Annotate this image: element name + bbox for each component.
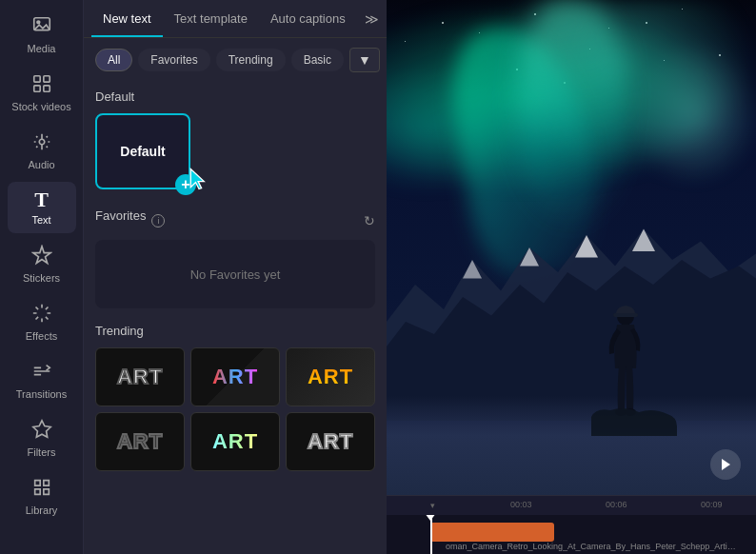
- no-favorites-box: No Favorites yet: [95, 240, 375, 308]
- play-button[interactable]: [710, 449, 741, 480]
- trending-card-4[interactable]: ART: [95, 412, 185, 471]
- text-icon: T: [34, 189, 49, 210]
- trending-card-6[interactable]: ART: [286, 412, 375, 471]
- sidebar-item-transitions[interactable]: Transitions: [8, 353, 76, 407]
- art-text-4: ART: [117, 429, 163, 454]
- sidebar-item-stock-label: Stock videos: [11, 101, 70, 112]
- svg-rect-10: [613, 313, 638, 317]
- svg-marker-13: [722, 459, 730, 470]
- default-section: Default Default +: [95, 89, 375, 189]
- sidebar-item-library[interactable]: Library: [8, 469, 76, 524]
- favorites-info-icon[interactable]: i: [151, 214, 165, 228]
- filter-row: All Favorites Trending Basic ▼: [84, 38, 387, 82]
- trending-grid: ART ART ART ART ART ART: [95, 347, 375, 471]
- trending-card-2[interactable]: ART: [190, 347, 280, 406]
- timeline-track-label: oman_Camera_Retro_Looking_At_Camera_By_H…: [434, 542, 739, 553]
- tab-text-template[interactable]: Text template: [163, 0, 259, 37]
- svg-rect-2: [33, 76, 39, 82]
- tab-bar: New text Text template Auto captions ≫: [84, 0, 387, 38]
- sidebar-item-effects-label: Effects: [26, 330, 57, 342]
- filter-dropdown[interactable]: ▼: [349, 48, 380, 72]
- svg-rect-3: [43, 76, 49, 82]
- sidebar-item-audio-label: Audio: [28, 159, 54, 170]
- sidebar-item-stickers[interactable]: Stickers: [8, 237, 76, 291]
- tab-auto-captions[interactable]: Auto captions: [259, 0, 357, 37]
- audio-icon: [31, 131, 52, 155]
- sidebar-item-filters[interactable]: Filters: [8, 411, 76, 465]
- favorites-section: Favorites i ↻ No Favorites yet: [95, 208, 375, 308]
- favorites-section-title: Favorites: [95, 208, 146, 223]
- library-icon: [31, 477, 52, 501]
- panel-content: Default Default + Favorites i: [84, 82, 387, 554]
- sidebar-item-media[interactable]: Media: [8, 8, 76, 62]
- sidebar-item-filters-label: Filters: [28, 446, 56, 458]
- sidebar-item-stickers-label: Stickers: [23, 272, 60, 284]
- timeline-bar-main[interactable]: [430, 523, 554, 542]
- no-favorites-text: No Favorites yet: [190, 267, 281, 282]
- sidebar-item-library-label: Library: [26, 505, 58, 516]
- filter-trending[interactable]: Trending: [216, 49, 286, 71]
- timeline-playhead[interactable]: [430, 515, 432, 554]
- favorites-title-row: Favorites i: [95, 208, 165, 232]
- timeline-track: oman_Camera_Retro_Looking_At_Camera_By_H…: [387, 515, 756, 554]
- timeline: ▾ 00:03 00:06 00:09 oman_Camera_Retro_Lo…: [387, 495, 756, 554]
- tab-new-text[interactable]: New text: [91, 0, 163, 37]
- art-text-2: ART: [212, 365, 258, 389]
- art-text-5: ART: [212, 429, 258, 454]
- transitions-icon: [31, 361, 52, 385]
- sidebar: Media Stock videos Audio T Text: [0, 0, 84, 554]
- filter-favorites[interactable]: Favorites: [138, 49, 209, 71]
- trending-card-5[interactable]: ART: [190, 412, 280, 471]
- art-text-6: ART: [308, 429, 353, 454]
- favorites-header: Favorites i ↻: [95, 208, 375, 232]
- sidebar-item-media-label: Media: [28, 43, 56, 54]
- trending-card-1[interactable]: ART: [95, 347, 185, 406]
- trending-section: Trending ART ART ART ART ART ART: [95, 324, 375, 471]
- default-card[interactable]: Default +: [95, 113, 190, 189]
- svg-marker-7: [32, 421, 50, 437]
- svg-point-1: [36, 21, 39, 24]
- media-icon: [31, 15, 52, 39]
- stock-icon: [31, 73, 52, 97]
- trending-card-3[interactable]: ART: [286, 347, 375, 406]
- ruler-mark-playhead: ▾: [430, 501, 435, 510]
- ruler-mark-1: 00:03: [510, 500, 532, 509]
- stickers-icon: [31, 245, 52, 268]
- default-card-label: Default: [120, 144, 165, 159]
- default-section-title: Default: [95, 89, 375, 104]
- filters-icon: [31, 419, 52, 443]
- playhead-triangle: [425, 515, 436, 521]
- sidebar-item-text-label: Text: [31, 214, 50, 226]
- default-card-wrapper: Default +: [95, 113, 375, 189]
- sidebar-item-text[interactable]: T Text: [8, 182, 76, 233]
- svg-rect-4: [33, 86, 39, 91]
- art-text-1: ART: [117, 365, 163, 389]
- sidebar-item-effects[interactable]: Effects: [8, 295, 76, 349]
- sidebar-item-audio[interactable]: Audio: [8, 124, 76, 178]
- filter-all[interactable]: All: [95, 49, 132, 71]
- trending-section-title: Trending: [95, 324, 375, 338]
- favorites-refresh-icon[interactable]: ↻: [364, 213, 375, 228]
- right-area: ▾ 00:03 00:06 00:09 oman_Camera_Retro_Lo…: [387, 0, 756, 554]
- effects-icon: [31, 303, 52, 326]
- add-default-button[interactable]: +: [175, 174, 196, 195]
- main-panel: New text Text template Auto captions ≫ A…: [84, 0, 387, 554]
- svg-rect-5: [43, 86, 49, 91]
- preview-area: [387, 0, 756, 495]
- tab-more-button[interactable]: ≫: [357, 4, 387, 34]
- art-text-3: ART: [308, 365, 353, 389]
- timeline-ruler: ▾ 00:03 00:06 00:09: [387, 496, 756, 515]
- sidebar-item-stock[interactable]: Stock videos: [8, 66, 76, 120]
- svg-point-6: [39, 139, 45, 145]
- sidebar-item-transitions-label: Transitions: [16, 388, 67, 400]
- ruler-mark-2: 00:06: [606, 500, 627, 509]
- ruler-mark-3: 00:09: [701, 500, 723, 509]
- filter-basic[interactable]: Basic: [291, 49, 344, 71]
